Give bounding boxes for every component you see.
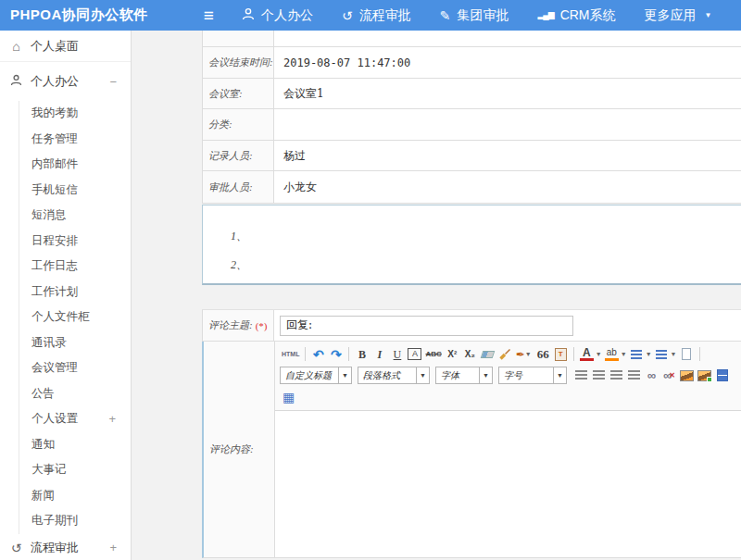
sidebar-item-major-events[interactable]: 大事记	[19, 457, 131, 483]
sidebar-item-task-management[interactable]: 任务管理	[19, 127, 131, 153]
align-center-button[interactable]	[592, 367, 606, 383]
video-shape	[717, 369, 728, 381]
collapse-minus-icon[interactable]: −	[109, 75, 117, 89]
comment-content-cell: HTML ↶ ↷ B I U A ABC X²	[275, 342, 741, 557]
sidebar-item-e-journal[interactable]: 电子期刊	[19, 508, 131, 534]
undo-icon[interactable]: ↶	[311, 346, 325, 362]
nav-group-approval[interactable]: ✎ 集团审批	[440, 7, 509, 24]
underline-button[interactable]: U	[390, 346, 404, 362]
sidebar-item-my-attendance[interactable]: 我的考勤	[19, 101, 131, 127]
comment-form: 评论主题: (*) 评论内容: HTML	[202, 309, 741, 558]
align-right-button[interactable]	[609, 367, 623, 383]
nav-crm-system[interactable]: ▂▄▆ CRM系统	[537, 7, 615, 24]
sidebar-item-short-message[interactable]: 短消息	[19, 203, 131, 229]
row-label: 分类:	[203, 109, 274, 140]
row-label: 评论主题: (*)	[203, 310, 274, 341]
sidebar-item-personal-files[interactable]: 个人文件柜	[19, 305, 131, 330]
chevron-down-icon[interactable]: ▼	[646, 351, 652, 357]
custom-heading-select[interactable]: 自定义标题 ▼	[280, 367, 352, 384]
top-navigation-bar: PHPOA协同办公软件 ≡ 个人办公 ↺ 流程审批 ✎ 集团审批 ▂▄▆ CRM…	[0, 0, 741, 31]
unordered-list-button[interactable]	[655, 346, 669, 362]
sidebar-item-work-plan[interactable]: 工作计划	[19, 280, 131, 305]
font-color-button[interactable]: A	[580, 348, 594, 361]
upload-image-button[interactable]	[697, 367, 711, 383]
format-painter-button[interactable]: ✒▼	[516, 346, 533, 362]
font-family-select[interactable]: 字体 ▼	[435, 367, 493, 384]
plus-badge	[707, 377, 712, 382]
sidebar-item-personal-desktop[interactable]: ⌂ 个人桌面	[0, 31, 131, 62]
select-label: 字体	[436, 369, 479, 382]
nav-personal-office[interactable]: 个人办公	[242, 7, 313, 24]
paste-as-text-button[interactable]: T	[554, 346, 568, 362]
superscript-button[interactable]: X²	[446, 346, 459, 362]
select-label: 段落格式	[358, 369, 416, 382]
html-source-button[interactable]: HTML	[282, 346, 299, 362]
highlight-color-button[interactable]: ab	[605, 348, 619, 361]
sidebar-item-label: 任务管理	[31, 131, 78, 147]
remove-link-button[interactable]: ∞✕	[662, 367, 676, 383]
approver-value: 小龙女	[274, 171, 741, 203]
font-size-select[interactable]: 字号 ▼	[498, 367, 567, 384]
row-label: 会议结束时间:	[203, 47, 274, 78]
insert-video-button[interactable]	[715, 367, 729, 383]
sidebar-item-sms[interactable]: 手机短信	[19, 178, 131, 204]
comment-content-label: 评论内容:	[209, 442, 254, 456]
bold-button[interactable]: B	[355, 346, 369, 362]
italic-button[interactable]: I	[372, 346, 386, 362]
strikethrough-button[interactable]: ABC	[425, 346, 441, 362]
clear-format-broom-icon[interactable]	[498, 346, 512, 362]
eraser-icon[interactable]	[481, 346, 495, 362]
unordered-list-shape	[656, 350, 667, 359]
sidebar-item-meeting-management[interactable]: 会议管理	[19, 355, 131, 381]
char-border-button[interactable]: A	[408, 348, 421, 360]
sidebar-item-label: 手机短信	[31, 182, 78, 198]
sidebar-item-schedule[interactable]: 日程安排	[19, 229, 131, 255]
nav-more-apps[interactable]: 更多应用 ▼	[645, 7, 712, 24]
meeting-room-value: 会议室1	[274, 79, 741, 108]
table-row: 会议结束时间: 2019-08-07 11:47:00	[203, 47, 741, 79]
row-label	[203, 31, 274, 46]
sidebar-item-notice[interactable]: 通知	[19, 432, 131, 458]
subscript-button[interactable]: X₂	[463, 346, 477, 362]
unlink-x-mark: ✕	[669, 372, 675, 380]
meeting-detail-page: 会议结束时间: 2019-08-07 11:47:00 会议室: 会议室1 分类…	[202, 31, 741, 558]
sidebar-item-contacts[interactable]: 通讯录	[19, 330, 131, 356]
sidebar-item-work-log[interactable]: 工作日志	[19, 254, 131, 280]
sidebar-item-internal-mail[interactable]: 内部邮件	[19, 152, 131, 178]
new-document-button[interactable]	[680, 346, 694, 362]
sidebar-item-news[interactable]: 新闻	[19, 483, 131, 509]
sidebar-item-label: 大事记	[31, 462, 67, 478]
expand-plus-icon[interactable]: +	[109, 541, 117, 554]
insert-link-button[interactable]: ∞	[645, 367, 659, 383]
blockquote-button[interactable]: 66	[536, 346, 550, 362]
hamburger-menu-icon[interactable]: ≡	[204, 6, 214, 24]
rich-text-editor: HTML ↶ ↷ B I U A ABC X²	[275, 342, 741, 557]
comment-subject-input[interactable]	[280, 316, 573, 336]
align-left-button[interactable]	[574, 367, 588, 383]
sidebar-item-announcement[interactable]: 公告	[19, 381, 131, 407]
chevron-down-icon[interactable]: ▼	[671, 351, 677, 357]
expand-plus-icon[interactable]: +	[108, 412, 116, 426]
sidebar-item-personal-settings[interactable]: 个人设置 +	[19, 406, 131, 432]
editor-toolbar: HTML ↶ ↷ B I U A ABC X²	[275, 342, 741, 411]
chevron-down-icon: ▼	[479, 367, 492, 383]
redo-icon[interactable]: ↷	[329, 346, 343, 362]
nav-workflow-approval[interactable]: ↺ 流程审批	[342, 7, 411, 24]
top-nav-menu: 个人办公 ↺ 流程审批 ✎ 集团审批 ▂▄▆ CRM系统 更多应用 ▼	[242, 7, 741, 24]
insert-image-button[interactable]	[680, 367, 694, 383]
edit-icon: ✎	[440, 9, 451, 22]
sidebar-item-label: 通讯录	[31, 335, 67, 351]
insert-table-button[interactable]: ▦	[282, 389, 295, 404]
sidebar-item-personal-office[interactable]: 个人办公 −	[0, 62, 131, 101]
align-justify-button[interactable]	[627, 367, 641, 383]
comment-subject-label: 评论主题:	[208, 318, 253, 332]
chevron-down-icon: ▼	[553, 367, 566, 383]
toolbar-separator	[348, 347, 349, 361]
home-icon: ⌂	[9, 39, 23, 54]
sidebar-item-workflow-approval[interactable]: ↺ 流程审批 +	[0, 534, 131, 560]
chevron-down-icon[interactable]: ▼	[596, 351, 602, 357]
paragraph-format-select[interactable]: 段落格式 ▼	[358, 367, 430, 384]
ordered-list-button[interactable]	[630, 346, 644, 362]
editor-content-area[interactable]	[275, 411, 741, 557]
chevron-down-icon[interactable]: ▼	[621, 351, 627, 357]
